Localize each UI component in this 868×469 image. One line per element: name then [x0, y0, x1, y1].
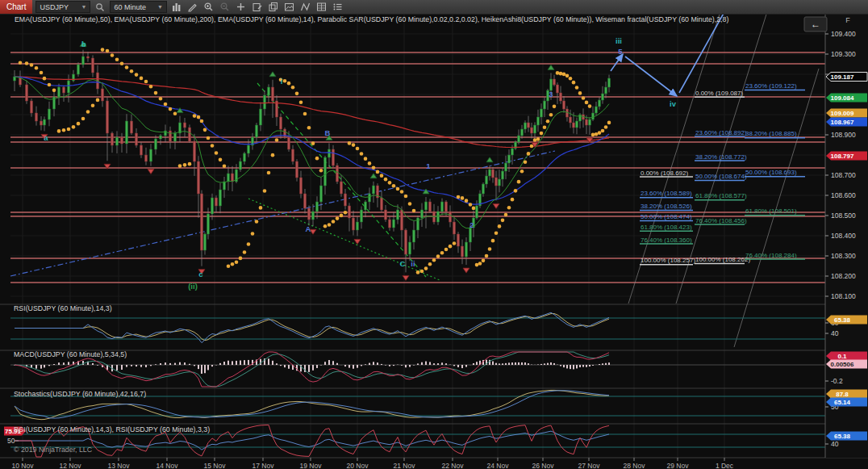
search-icon[interactable] — [94, 1, 106, 13]
svg-text:20 Nov: 20 Nov — [347, 462, 369, 469]
svg-text:38.20% (108.772): 38.20% (108.772) — [695, 153, 747, 161]
note-edit-icon[interactable] — [251, 1, 264, 13]
svg-text:50.00% (108.693): 50.00% (108.693) — [745, 169, 797, 176]
svg-text:76.40% (108.360): 76.40% (108.360) — [641, 237, 692, 244]
svg-text:61.80% (108.577): 61.80% (108.577) — [695, 192, 747, 199]
price-tag: 65.14 — [826, 398, 867, 407]
chart-style-icon[interactable] — [170, 1, 183, 13]
instrument-select[interactable]: USDJPY▼ — [35, 1, 90, 13]
svg-text:-0.2: -0.2 — [831, 377, 843, 385]
svg-text:27 Nov: 27 Nov — [578, 462, 601, 469]
zoom-in-icon[interactable] — [202, 1, 215, 13]
svg-text:10 Nov: 10 Nov — [12, 462, 35, 469]
chevron-down-icon: ▼ — [81, 4, 87, 10]
svg-text:0.00% (108.692): 0.00% (108.692) — [641, 170, 688, 177]
svg-text:22 Nov: 22 Nov — [442, 462, 465, 469]
svg-text:iii: iii — [616, 36, 622, 45]
svg-text:61.80% (108.423): 61.80% (108.423) — [641, 224, 692, 231]
grid-icon[interactable] — [315, 1, 328, 13]
price-tag: 109.009 — [826, 109, 867, 118]
svg-text:109.300: 109.300 — [831, 50, 856, 58]
svg-text:19 Nov: 19 Nov — [300, 462, 323, 469]
svg-text:108.200: 108.200 — [831, 272, 856, 280]
svg-text:© 2019 NinjaTrader, LLC: © 2019 NinjaTrader, LLC — [14, 446, 93, 454]
svg-text:0.1: 0.1 — [837, 353, 847, 360]
svg-text:RSI(USDJPY (60 Minute),14,3): RSI(USDJPY (60 Minute),14,3) — [14, 304, 112, 312]
svg-text:ii: ii — [411, 259, 415, 268]
svg-text:c: c — [198, 270, 202, 278]
price-tag: 87.8 — [826, 390, 867, 399]
add-icon[interactable] — [235, 1, 248, 13]
price-tag: 65.38 — [826, 316, 867, 325]
list-icon[interactable] — [332, 1, 344, 13]
svg-text:17 Nov: 17 Nov — [252, 462, 275, 469]
copy-icon[interactable] — [267, 1, 280, 13]
svg-text:F: F — [845, 16, 850, 24]
svg-text:65.14: 65.14 — [834, 399, 851, 406]
svg-text:108.600: 108.600 — [831, 191, 856, 199]
svg-text:109.009: 109.009 — [831, 110, 854, 117]
price-tag: 109.084 — [826, 94, 867, 103]
chart-canvas[interactable]: 0.00% (108.692)23.60% (108.589)38.20% (1… — [0, 14, 868, 469]
svg-text:Stochastics(USDJPY (60 Minute): Stochastics(USDJPY (60 Minute),42,16,7) — [14, 390, 146, 398]
svg-text:40: 40 — [831, 329, 839, 337]
svg-text:24 Nov: 24 Nov — [487, 462, 510, 469]
svg-text:C: C — [400, 259, 406, 268]
svg-text:←: ← — [811, 19, 820, 30]
price-tag: 65.38 — [826, 432, 867, 441]
svg-text:100.00% (108.257): 100.00% (108.257) — [641, 257, 695, 264]
svg-text:a: a — [44, 133, 48, 142]
svg-text:87.8: 87.8 — [836, 391, 849, 398]
svg-text:61.80% (108.501): 61.80% (108.501) — [745, 207, 797, 215]
pattern-icon[interactable] — [299, 1, 312, 13]
chart-tab-button[interactable]: Chart — [0, 0, 32, 14]
svg-text:3: 3 — [549, 90, 553, 98]
chevron-down-icon: ▼ — [157, 4, 163, 10]
svg-text:5: 5 — [618, 47, 623, 56]
svg-text:iv: iv — [670, 99, 677, 108]
svg-text:100.00% (108.262): 100.00% (108.262) — [695, 256, 750, 263]
svg-text:1: 1 — [426, 161, 431, 170]
svg-text:(ii): (ii) — [188, 282, 198, 291]
svg-text:76.40% (108.456): 76.40% (108.456) — [695, 217, 747, 224]
zoom-out-icon[interactable] — [219, 1, 232, 13]
svg-text:A: A — [306, 224, 311, 233]
svg-text:14 Nov: 14 Nov — [156, 462, 179, 469]
svg-text:0.00% (109.087): 0.00% (109.087) — [695, 90, 743, 97]
svg-text:23.60% (108.892): 23.60% (108.892) — [695, 129, 747, 136]
svg-text:EMA(USDJPY (60 Minute),50), EM: EMA(USDJPY (60 Minute),50), EMA(USDJPY (… — [15, 15, 728, 23]
svg-text:108.700: 108.700 — [831, 171, 856, 179]
svg-text:B: B — [325, 128, 331, 137]
price-tag: 0.1 — [826, 352, 867, 361]
svg-text:23.60% (108.589): 23.60% (108.589) — [641, 190, 692, 197]
svg-text:38.20% (108.885): 38.20% (108.885) — [745, 130, 797, 137]
svg-text:109.084: 109.084 — [831, 94, 854, 102]
svg-text:2: 2 — [469, 220, 474, 229]
scroll-back-button[interactable]: ← — [804, 17, 827, 31]
svg-text:26 Nov: 26 Nov — [532, 462, 555, 469]
toolbar: Chart USDJPY▼ 60 Minute▼ — [0, 0, 868, 15]
chart-area[interactable]: 0.00% (108.692)23.60% (108.589)38.20% (1… — [0, 14, 868, 469]
svg-text:38.20% (108.526): 38.20% (108.526) — [641, 203, 692, 210]
svg-text:108.300: 108.300 — [831, 252, 856, 260]
svg-text:RSI(USDJPY (60 Minute),14,3),: RSI(USDJPY (60 Minute),14,3), RSI(USDJPY… — [14, 425, 210, 433]
interval-select[interactable]: 60 Minute▼ — [110, 1, 166, 13]
svg-text:i: i — [281, 77, 283, 86]
price-tag: 108.967 — [826, 118, 867, 127]
svg-text:108.967: 108.967 — [831, 119, 854, 126]
svg-text:29 Nov: 29 Nov — [667, 462, 690, 469]
svg-text:109.400: 109.400 — [831, 30, 856, 38]
snapshot-icon[interactable] — [283, 1, 296, 13]
svg-text:50.00% (108.474): 50.00% (108.474) — [641, 213, 692, 220]
svg-text:109.187: 109.187 — [831, 73, 854, 81]
svg-text:108.797: 108.797 — [831, 153, 854, 160]
draw-icon[interactable] — [186, 1, 199, 13]
svg-text:108.500: 108.500 — [831, 211, 856, 220]
svg-text:0.00506: 0.00506 — [831, 361, 854, 368]
svg-text:50: 50 — [7, 437, 15, 445]
price-tag: 108.797 — [826, 152, 867, 161]
svg-text:b: b — [81, 40, 86, 48]
price-tag: 109.187 — [826, 73, 867, 82]
svg-text:65.38: 65.38 — [834, 316, 851, 324]
svg-text:23.60% (109.122): 23.60% (109.122) — [745, 82, 797, 90]
